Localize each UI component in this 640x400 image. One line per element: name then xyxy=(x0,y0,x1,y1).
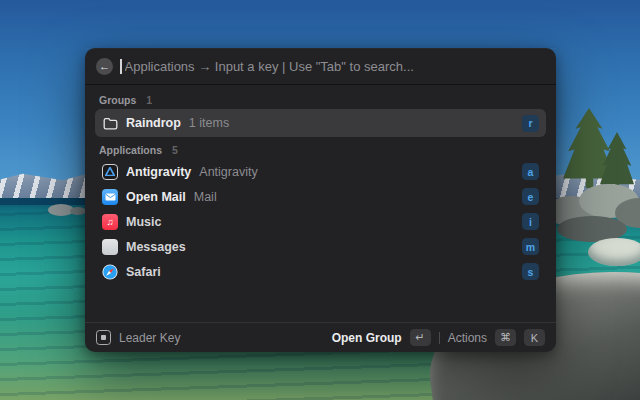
section-header-groups: Groups 1 xyxy=(99,94,542,106)
small-rock xyxy=(70,207,86,215)
row-name: Safari xyxy=(126,265,161,279)
list-item-antigravity[interactable]: Antigravity Antigravity a xyxy=(95,159,546,184)
music-app-icon: ♫ xyxy=(102,214,118,230)
section-count: 5 xyxy=(172,144,178,156)
key-badge: e xyxy=(522,188,539,205)
section-header-applications: Applications 5 xyxy=(99,144,542,156)
row-subtitle: Antigravity xyxy=(199,165,257,179)
key-badge: i xyxy=(522,213,539,230)
list-item-safari[interactable]: Safari s xyxy=(95,259,546,284)
leader-key-window: ← Applications → Input a key | Use "Tab"… xyxy=(85,48,556,352)
back-arrow-icon: ← xyxy=(99,61,110,72)
white-boulder xyxy=(588,238,640,266)
k-key-icon: K xyxy=(524,329,545,346)
mail-app-icon xyxy=(102,189,118,205)
key-badge: r xyxy=(522,115,539,132)
footer-divider xyxy=(439,332,440,344)
open-group-label: Open Group xyxy=(332,331,402,345)
key-badge: s xyxy=(522,263,539,280)
shore-rocks xyxy=(545,182,640,240)
row-name: Antigravity xyxy=(126,165,191,179)
list-item-raindrop[interactable]: Raindrop 1 items r xyxy=(95,109,546,137)
status-bar: Leader Key Open Group ↵ Actions ⌘ K xyxy=(85,322,556,352)
search-input[interactable]: ← Applications → Input a key | Use "Tab"… xyxy=(85,48,556,85)
key-badge: a xyxy=(522,163,539,180)
section-label: Applications xyxy=(99,144,162,156)
search-prompt-text: Applications → Input a key | Use "Tab" t… xyxy=(125,59,414,74)
safari-app-icon xyxy=(102,264,118,280)
enter-key-icon: ↵ xyxy=(410,329,431,346)
list-item-open-mail[interactable]: Open Mail Mail e xyxy=(95,184,546,209)
messages-app-icon xyxy=(102,239,118,255)
leader-key-app-icon xyxy=(96,330,111,345)
row-name: Messages xyxy=(126,240,186,254)
row-subtitle: 1 items xyxy=(189,116,229,130)
row-name: Raindrop xyxy=(126,116,181,130)
actions-button[interactable]: Actions xyxy=(448,331,487,345)
antigravity-app-icon xyxy=(102,164,118,180)
row-name: Music xyxy=(126,215,161,229)
section-count: 1 xyxy=(146,94,152,106)
row-subtitle: Mail xyxy=(194,190,217,204)
command-key-icon: ⌘ xyxy=(495,329,516,346)
row-name: Open Mail xyxy=(126,190,186,204)
back-button[interactable]: ← xyxy=(96,58,113,75)
text-caret xyxy=(120,59,122,74)
app-name: Leader Key xyxy=(119,331,180,345)
key-badge: m xyxy=(522,238,539,255)
list-item-music[interactable]: ♫ Music i xyxy=(95,209,546,234)
section-label: Groups xyxy=(99,94,136,106)
results-list: Groups 1 Raindrop 1 items r Applications… xyxy=(85,85,556,322)
list-item-messages[interactable]: Messages m xyxy=(95,234,546,259)
folder-icon xyxy=(102,115,118,131)
